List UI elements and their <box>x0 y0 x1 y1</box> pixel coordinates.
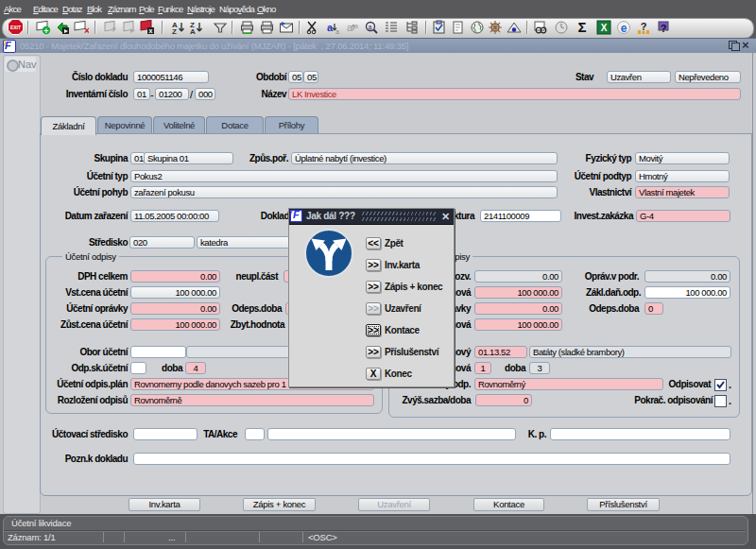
svg-text:a: a <box>354 23 358 29</box>
svg-text:a: a <box>369 24 372 30</box>
svg-text:+: + <box>43 26 48 36</box>
svg-text:a: a <box>347 22 353 33</box>
svg-text:a: a <box>335 28 339 35</box>
svg-text:A: A <box>190 27 196 35</box>
svg-text:a: a <box>327 22 334 33</box>
svg-text:Z: Z <box>172 27 177 35</box>
svg-text:e: e <box>621 22 627 35</box>
svg-text:×: × <box>84 26 89 35</box>
svg-text:?: ? <box>641 21 647 32</box>
svg-text:x: x <box>149 27 153 34</box>
svg-text:EXIT: EXIT <box>10 25 21 30</box>
svg-text:?: ? <box>661 23 667 34</box>
svg-text:X: X <box>601 23 608 33</box>
svg-text:?: ? <box>112 26 116 34</box>
